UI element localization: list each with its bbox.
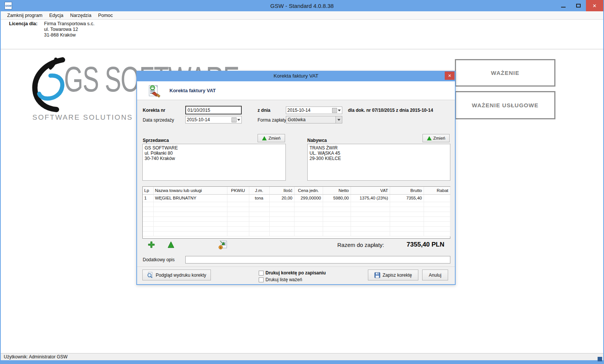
- table-body: 1 WĘGIEL BRUNATNY tona 20,00 299,00000 5…: [143, 194, 450, 202]
- sprzedawca-box[interactable]: GS SOFTWARE ul. Półłanki 80 30-740 Krakó…: [142, 144, 286, 181]
- license-address: Firma Transportowa s.c. ul. Towarowa 12 …: [44, 21, 95, 38]
- nabywca-line-1: TRANS ŻWIR: [310, 145, 448, 151]
- wazenie-button[interactable]: WAŻENIE: [455, 59, 555, 87]
- calendar-icon: [332, 108, 337, 113]
- cancel-button[interactable]: Anuluj: [422, 270, 448, 280]
- col-ilosc: Ilość: [269, 187, 294, 194]
- dialog-close-button[interactable]: ✕: [445, 72, 455, 80]
- nabywca-label: Nabywca: [307, 138, 327, 143]
- sprzedawca-line-3: 30-740 Kraków: [145, 156, 284, 161]
- print-weighings-label: Drukuj listę ważeń: [265, 277, 302, 282]
- save-floppy-icon: [374, 272, 380, 278]
- invoice-correction-icon: [147, 84, 161, 98]
- cell-vat: 1375,40 (23%): [351, 194, 390, 202]
- save-button-label: Zapisz korektę: [383, 273, 412, 278]
- license-line-1: Firma Transportowa s.c.: [44, 21, 95, 27]
- forma-zaplaty-label: Forma zapłaty: [258, 117, 286, 123]
- save-button[interactable]: Zapisz korektę: [368, 270, 418, 280]
- menu-edycja[interactable]: Edycja: [46, 12, 67, 19]
- edit-item-button[interactable]: [167, 241, 175, 248]
- z-dnia-label: z dnia: [258, 108, 270, 113]
- korekta-nr-input[interactable]: [185, 106, 242, 114]
- table-empty-row: [143, 207, 450, 212]
- sprzedawca-line-2: ul. Półłanki 80: [145, 151, 284, 156]
- table-empty-row: [143, 202, 450, 207]
- license-line-3: 31-868 Kraków: [44, 32, 95, 38]
- close-button[interactable]: ✕: [586, 0, 603, 11]
- dialog-title: Korekta faktury VAT: [137, 73, 455, 79]
- sprzedawca-zmien-button[interactable]: Zmień: [258, 134, 285, 142]
- license-panel: Licencja dla: Firma Transportowa s.c. ul…: [1, 20, 603, 49]
- col-jm: J.m.: [249, 187, 269, 194]
- z-dnia-datepicker[interactable]: 2015-10-14: [286, 107, 342, 114]
- invoice-items-table[interactable]: Lp Nazwa towaru lub usługi PKWiU J.m. Il…: [142, 186, 450, 239]
- resize-grip[interactable]: [598, 357, 602, 361]
- table-header-row: Lp Nazwa towaru lub usługi PKWiU J.m. Il…: [143, 187, 450, 194]
- cell-lp: 1: [143, 194, 153, 202]
- table-empty-rows: [143, 202, 450, 236]
- menu-narzedzia[interactable]: Narzędzia: [67, 12, 95, 19]
- footer-separator: [137, 267, 455, 267]
- print-correction-label: Drukuj korektę po zapisaniu: [265, 270, 326, 276]
- cell-cena-jedn: 299,00000: [294, 194, 323, 202]
- app-window: GSW GSW - Standard 4.0.8.38 ✕ Zamknij pr…: [0, 0, 604, 364]
- calendar-icon: [232, 117, 236, 122]
- status-bar: Użytkownik: Administrator GSW: [1, 353, 603, 360]
- dropdown-arrow-icon: [237, 119, 240, 121]
- license-line-2: ul. Towarowa 12: [44, 27, 95, 32]
- table-row[interactable]: 1 WĘGIEL BRUNATNY tona 20,00 299,00000 5…: [143, 194, 450, 202]
- window-bottom-border: [1, 360, 603, 364]
- checkbox-icon[interactable]: [259, 277, 264, 282]
- combo-dropdown-button[interactable]: [336, 116, 342, 123]
- cell-netto: 5980,00: [323, 194, 351, 202]
- menu-pomoc[interactable]: Pomoc: [95, 12, 116, 19]
- nabywca-line-2: UL. WĄSKA 45: [310, 151, 448, 156]
- weighings-invoice-button[interactable]: $: [218, 240, 227, 250]
- col-vat: VAT: [351, 187, 390, 194]
- data-sprzedazy-datepicker[interactable]: 2015-10-14: [185, 116, 242, 123]
- status-user-text: Użytkownik: Administrator GSW: [4, 354, 67, 359]
- nabywca-line-3: 29-300 KIELCE: [310, 156, 448, 161]
- nabywca-box[interactable]: TRANS ŻWIR UL. WĄSKA 45 29-300 KIELCE: [307, 144, 450, 181]
- maximize-button[interactable]: [571, 0, 586, 11]
- table-empty-row: [143, 221, 450, 226]
- license-label: Licencja dla:: [9, 21, 38, 26]
- wazenie-uslugowe-button[interactable]: WAŻENIE USŁUGOWE: [455, 91, 555, 119]
- cell-nazwa: WĘGIEL BRUNATNY: [153, 194, 227, 202]
- z-dnia-value: 2015-10-14: [287, 108, 331, 113]
- dla-dok-text: dla dok. nr 07/10/2015 z dnia 2015-10-14: [348, 108, 433, 113]
- window-titlebar: GSW GSW - Standard 4.0.8.38 ✕: [1, 0, 603, 11]
- sprzedawca-line-1: GS SOFTWARE: [145, 145, 284, 151]
- cell-ilosc: 20,00: [269, 194, 294, 202]
- add-item-button[interactable]: [148, 241, 155, 248]
- cell-jm: tona: [249, 194, 269, 202]
- print-weighings-checkbox[interactable]: Drukuj listę ważeń: [259, 277, 302, 282]
- print-preview-icon: [147, 272, 153, 278]
- data-sprzedazy-value: 2015-10-14: [187, 117, 231, 122]
- table-empty-row: [143, 231, 450, 236]
- cell-pkwiu: [227, 194, 249, 202]
- col-nazwa: Nazwa towaru lub usługi: [153, 187, 227, 194]
- dodatkowy-opis-label: Dodatkowy opis: [143, 257, 175, 262]
- col-netto: Netto: [323, 187, 351, 194]
- nabywca-zmien-button[interactable]: Zmień: [422, 134, 450, 142]
- col-rabat: Rabat: [424, 187, 450, 194]
- minimize-button[interactable]: [556, 0, 571, 11]
- data-sprzedazy-label: Data sprzedaży: [143, 117, 174, 123]
- preview-button[interactable]: Podgląd wydruku korekty: [142, 270, 211, 280]
- table-empty-row: [143, 212, 450, 216]
- print-correction-checkbox[interactable]: Drukuj korektę po zapisaniu: [259, 270, 326, 276]
- svg-text:$: $: [220, 246, 221, 249]
- col-brutto: Brutto: [390, 187, 424, 194]
- window-title: GSW - Standard 4.0.8.38: [1, 3, 603, 9]
- preview-button-label: Podgląd wydruku korekty: [156, 273, 206, 278]
- checkbox-icon[interactable]: [259, 271, 264, 276]
- table-empty-row: [143, 216, 450, 221]
- dialog-header-title: Korekta faktury VAT: [169, 88, 216, 93]
- forma-zaplaty-select[interactable]: Gotówka: [286, 116, 342, 123]
- dodatkowy-opis-input[interactable]: [185, 256, 450, 263]
- cancel-button-label: Anuluj: [429, 273, 441, 278]
- dropdown-arrow-icon: [337, 119, 340, 121]
- col-cena-jedn: Cena jedn.: [294, 187, 323, 194]
- menu-zamknij-program[interactable]: Zamknij program: [4, 12, 46, 19]
